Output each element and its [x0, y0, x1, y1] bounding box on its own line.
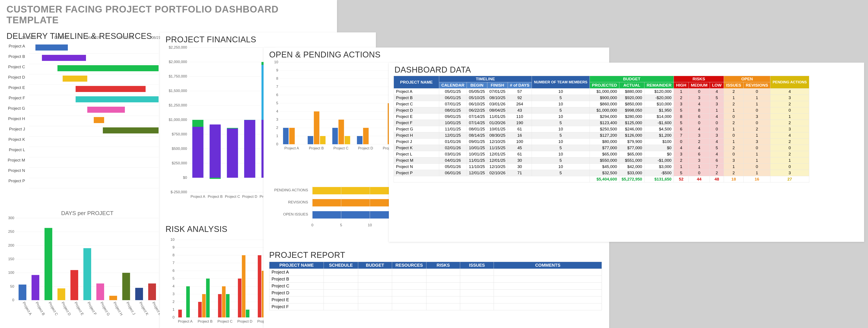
table-row: Project E: [269, 296, 602, 303]
svg-text:Project B: Project B: [8, 54, 25, 59]
svg-rect-13: [58, 65, 159, 71]
svg-rect-190: [283, 128, 289, 144]
svg-text:Project D: Project D: [8, 75, 25, 79]
svg-text:$0: $0: [183, 175, 187, 179]
svg-text:07/22/25: 07/22/25: [119, 36, 133, 40]
svg-rect-103: [192, 120, 203, 127]
svg-text:Project B: Project B: [198, 319, 213, 324]
svg-text:Project C: Project C: [8, 65, 25, 69]
table-row: Project C: [269, 283, 602, 290]
svg-rect-10: [42, 55, 86, 61]
svg-text:2: 2: [276, 126, 278, 130]
svg-rect-154: [222, 286, 226, 318]
svg-text:3: 3: [276, 118, 278, 122]
svg-text:Project F: Project F: [87, 301, 97, 316]
page-title: CUSTOMER FACING PROJECT PORTFOLIO DASHBO…: [6, 4, 331, 26]
svg-text:10: 10: [368, 223, 372, 227]
svg-text:200: 200: [8, 243, 14, 248]
table-row: Project L03/01/2610/01/2512/01/256110$65…: [394, 151, 809, 157]
svg-text:7: 7: [173, 261, 175, 265]
svg-text:6: 6: [173, 269, 175, 273]
svg-rect-202: [357, 136, 363, 144]
svg-rect-145: [186, 286, 190, 318]
svg-text:Project B: Project B: [35, 301, 46, 316]
svg-text:Project A: Project A: [284, 146, 299, 150]
svg-text:$2,000,000: $2,000,000: [169, 60, 187, 64]
svg-rect-153: [218, 294, 222, 318]
svg-rect-213: [312, 187, 399, 194]
svg-text:1: 1: [173, 307, 175, 311]
svg-text:100: 100: [8, 270, 14, 275]
svg-text:Project E: Project E: [74, 301, 85, 316]
svg-text:Project K: Project K: [138, 301, 150, 316]
svg-text:Project F: Project F: [9, 96, 25, 100]
svg-text:$-250,000: $-250,000: [170, 190, 187, 194]
svg-text:Project H: Project H: [8, 117, 25, 121]
svg-text:Project G: Project G: [8, 106, 25, 110]
table-row: Project B06/01/2505/10/2508/10/25925$900…: [394, 95, 809, 101]
svg-text:6: 6: [276, 93, 278, 97]
svg-rect-110: [227, 129, 238, 178]
svg-text:Project J: Project J: [9, 127, 25, 131]
svg-text:05/23/25: 05/23/25: [54, 36, 68, 40]
svg-rect-59: [32, 275, 39, 300]
svg-rect-158: [238, 278, 242, 318]
svg-text:9: 9: [276, 68, 278, 72]
svg-text:0: 0: [276, 142, 278, 146]
svg-rect-102: [192, 127, 203, 178]
svg-text:0: 0: [173, 315, 175, 319]
svg-rect-111: [227, 128, 238, 129]
risk-title: RISK ANALYSIS: [165, 225, 227, 234]
svg-text:1: 1: [276, 134, 278, 138]
svg-text:Project E: Project E: [8, 85, 25, 90]
svg-rect-69: [96, 284, 104, 300]
svg-text:$1,750,000: $1,750,000: [169, 74, 187, 78]
svg-text:06/22/25: 06/22/25: [87, 36, 101, 40]
svg-text:Project C: Project C: [217, 319, 232, 324]
svg-text:Project N: Project N: [8, 168, 25, 173]
svg-text:Project P: Project P: [8, 178, 25, 183]
table-row: Project A: [269, 269, 602, 276]
svg-text:DAYS per PROJECT: DAYS per PROJECT: [61, 210, 114, 216]
table-row: Project K02/01/2610/01/2511/15/25455$77,…: [394, 145, 809, 151]
table-row: Project N05/01/2611/10/2512/10/253010$45…: [394, 164, 809, 170]
svg-text:Project D: Project D: [237, 319, 252, 324]
svg-rect-198: [332, 128, 338, 144]
table-row: Project G11/01/2508/01/2510/01/256110$25…: [394, 126, 809, 132]
svg-text:Project C: Project C: [225, 195, 240, 199]
svg-rect-63: [58, 289, 65, 300]
svg-text:Project A: Project A: [9, 44, 25, 48]
svg-text:$250,000: $250,000: [172, 161, 187, 165]
svg-text:Project D: Project D: [358, 146, 373, 150]
svg-rect-203: [363, 128, 369, 144]
financials-chart: $-250,000$0$250,000$500,000$750,000$1,00…: [165, 41, 278, 207]
svg-text:Project A: Project A: [178, 319, 193, 324]
svg-rect-196: [320, 136, 326, 144]
svg-text:3: 3: [173, 292, 175, 296]
table-row: Project E09/01/2507/14/2511/01/2511010$2…: [394, 113, 809, 120]
svg-text:300: 300: [8, 216, 14, 220]
table-row: Project F10/01/2507/14/2501/20/261905$12…: [394, 120, 809, 126]
svg-text:Project A: Project A: [22, 301, 33, 316]
table-row: Project P06/01/2612/01/2502/10/26715$32,…: [394, 170, 809, 176]
svg-rect-191: [289, 128, 295, 144]
svg-text:$2,250,000: $2,250,000: [169, 45, 187, 50]
svg-text:$750,000: $750,000: [172, 132, 187, 136]
svg-text:Project K: Project K: [8, 137, 25, 142]
table-row: Project D: [269, 290, 602, 296]
dash-table: PROJECT NAMETIMELINENUMBER OF TEAM MEMBE…: [394, 76, 809, 183]
svg-rect-22: [75, 96, 159, 102]
svg-text:150: 150: [8, 257, 14, 261]
table-row: Project B: [269, 276, 602, 283]
svg-rect-19: [75, 86, 146, 92]
svg-text:Project B: Project B: [309, 146, 324, 150]
svg-text:10: 10: [170, 237, 175, 242]
table-row: Project D08/01/2506/22/2508/04/25435$1,0…: [394, 107, 809, 113]
svg-text:Project L: Project L: [9, 147, 25, 152]
svg-text:4: 4: [173, 284, 175, 288]
svg-text:5: 5: [173, 276, 175, 281]
table-row: Project M04/01/2611/01/2512/01/25305$550…: [394, 157, 809, 164]
svg-text:8: 8: [173, 253, 175, 257]
svg-text:7: 7: [276, 85, 278, 89]
svg-rect-61: [44, 228, 52, 300]
